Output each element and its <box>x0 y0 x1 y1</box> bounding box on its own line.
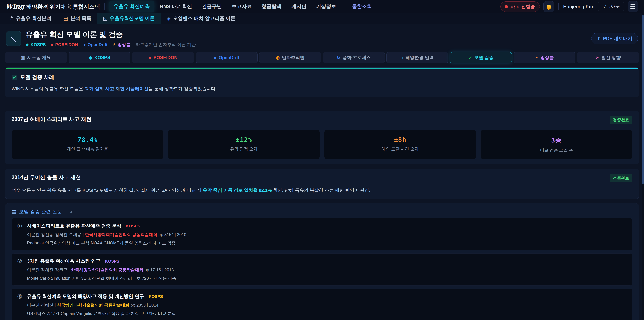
papers-collapse-header[interactable]: ▤ 모델 검증 관련 논문 ▲ <box>12 208 632 215</box>
paper-description: Radarsat 인공위성영상 비교 분석·NOAA GNOME과 동일 입력조… <box>27 240 627 246</box>
menu-item-emergency-rescue[interactable]: 긴급구난 <box>198 1 226 12</box>
page-header: ◺ 유출유 확산 모델 이론 및 검증 ◆ KOSPS ● POSEIDON ●… <box>6 30 638 48</box>
compass-icon: ◎ <box>276 55 280 60</box>
notifications-button[interactable] <box>544 1 554 12</box>
journal-name: 한국해양과학기술협의회 공동학술대회 <box>57 303 129 307</box>
menu-item-hns-atmospheric[interactable]: HNS·대기확산 <box>155 1 196 12</box>
tab-analysis-list[interactable]: ▤ 분석 목록 <box>57 13 97 24</box>
wuisan-description: 여수 오동도 인근 원유 유출 사고를 KOSPS 모델로 재현한 결과, 실제… <box>12 187 632 194</box>
circle-icon: ● <box>149 55 152 60</box>
circle-icon: ● <box>51 42 54 47</box>
validation-description: WING 시스템의 유출유 확산 모델은 과거 실제 사고 재현 시뮬레이션을 … <box>12 85 632 92</box>
chip-weathering-process[interactable]: ↻ 풍화 프로세스 <box>323 52 385 63</box>
user-name: Eunjeong Kim <box>563 4 594 10</box>
paper-item[interactable]: ③ 유출유 확산예측 모델의 해양사고 적용 및 개선방안 연구KOSPS 이문… <box>12 289 632 320</box>
menu-item-integrated-search[interactable]: 통합조회 <box>348 1 376 12</box>
bell-icon <box>546 5 551 9</box>
page-title: 유출유 확산 모델 이론 및 검증 <box>26 30 196 40</box>
tab-oil-fence-algorithm[interactable]: ◈ 오일펜스 배치 알고리즘 이론 <box>161 13 242 24</box>
chip-system-overview[interactable]: ▣ 시스템 개요 <box>5 52 67 63</box>
chip-particle-tracking[interactable]: ◎ 입자추적법 <box>259 52 321 63</box>
export-icon: ↥ <box>597 36 600 42</box>
page-header-text: 유출유 확산 모델 이론 및 검증 ◆ KOSPS ● POSEIDON ● O… <box>26 30 196 48</box>
menu-item-aerial-search[interactable]: 항공탐색 <box>257 1 286 12</box>
pdf-export-button[interactable]: ↥ PDF 내보내기 <box>591 33 638 45</box>
scrollbar-thumb[interactable] <box>642 15 644 184</box>
lightning-icon: ⚡ <box>535 55 538 60</box>
simulation-link[interactable]: 과거 실제 사고 재현 시뮬레이션 <box>84 86 148 91</box>
stat-card-shoreline-match: 78.4% 해안 표착 예측 일치율 <box>12 130 164 159</box>
verified-badge: 검증완료 <box>610 174 632 182</box>
stat-card-arrival-time-error: ±8h 해안 도달 시간 오차 <box>324 130 476 159</box>
section-title-wuisan: 2014년 우이산 충돌 사고 재현 <box>12 174 81 181</box>
badge-ensemble: ⚡ 앙상블 <box>113 42 130 48</box>
stat-card-slick-area-error: ±12% 유막 면적 오차 <box>168 130 320 159</box>
paper-meta: 이문진·김혜진·강관근 | 한국해양과학기술협의회 공동학술대회 pp.17-1… <box>27 267 627 273</box>
badge-opendrift: ● OpenDrift <box>83 42 108 47</box>
badge-kosps: ◆ KOSPS <box>26 42 46 47</box>
menu-item-board[interactable]: 게시판 <box>287 1 311 12</box>
incident-status-badge[interactable]: 사고 진행중 <box>500 1 540 12</box>
paper-description: GS칼텍스 송유관·Captain Vangelis 유출사고 적용 검증·현장… <box>27 311 627 316</box>
page-subtitle: 라그랑지안 입자추적 이론 기반 <box>136 42 196 48</box>
tab-label: 유출유확산모델 이론 <box>110 15 155 22</box>
chip-ocean-env-input[interactable]: ≈ 해양환경 입력 <box>386 52 448 63</box>
tab-spill-analysis[interactable]: ⚗ 유출유 확산분석 <box>3 13 57 24</box>
paper-description: Monte Carlo Simulation 기반 3D 확산모델·허베이 스피… <box>27 275 627 281</box>
tab-model-theory[interactable]: ◺ 유출유확산모델 이론 <box>97 13 161 24</box>
microscope-icon: ⚗ <box>9 16 14 21</box>
circle-icon: ● <box>214 55 216 60</box>
chip-poseidon[interactable]: ● POSEIDON <box>132 52 194 63</box>
journal-name: 한국해양과학기술협의회 공동학술대회 <box>71 267 144 272</box>
rocket-icon: ➤ <box>595 55 599 60</box>
document-icon: ▤ <box>12 209 16 215</box>
chip-model-validation[interactable]: ✔ 모델 검증 <box>450 52 512 63</box>
lightning-icon: ⚡ <box>113 42 116 47</box>
paper-number: ③ <box>17 293 22 316</box>
collapse-triangle-icon: ▲ <box>70 209 74 214</box>
paper-number: ① <box>17 223 22 246</box>
status-label: 사고 진행중 <box>510 3 535 10</box>
menu-item-reports[interactable]: 보고자료 <box>227 1 256 12</box>
nav-right-group: 사고 진행중 Eunjeong Kim 로그아웃 <box>500 1 638 12</box>
papers-card: ▤ 모델 검증 관련 논문 ▲ ① 허베이스피리트호 유출유 확산예측 검증 분… <box>5 203 639 320</box>
wuisan-title-row: 2014년 우이산 충돌 사고 재현 검증완료 <box>12 174 632 182</box>
model-badges: ◆ KOSPS ● POSEIDON ● OpenDrift ⚡ 앙상블 라그랑… <box>26 42 196 48</box>
verified-badge: 검증완료 <box>610 116 632 124</box>
menu-item-oil-spill-prediction[interactable]: 유출유 확산예측 <box>109 1 154 12</box>
match-rate-highlight: 유막 중심 이동 경로 일치율 82.1% <box>203 188 272 193</box>
divider <box>558 3 559 10</box>
vertical-scrollbar[interactable] <box>642 0 644 320</box>
hebei-title-row: 2007년 허베이 스피리트 사고 재현 검증완료 <box>12 116 632 124</box>
chip-ensemble[interactable]: ⚡ 앙상블 <box>514 52 576 63</box>
paper-item[interactable]: ① 허베이스피리트호 유출유 확산예측 검증 분석KOSPS 이문진·김선동·김… <box>12 218 632 250</box>
badge-poseidon: ● POSEIDON <box>51 42 78 47</box>
chip-opendrift[interactable]: ● OpenDrift <box>196 52 258 63</box>
clipboard-icon: ▤ <box>64 16 68 21</box>
validation-intro-card: ✔ 모델 검증 사례 WING 시스템의 유출유 확산 모델은 과거 실제 사고… <box>5 68 639 98</box>
model-tag: KOSPS <box>149 294 163 299</box>
paper-number: ② <box>17 258 22 281</box>
tab-label: 분석 목록 <box>70 15 91 22</box>
section-title-hebei: 2007년 허베이 스피리트 사고 재현 <box>12 116 91 123</box>
hamburger-menu-button[interactable] <box>628 1 638 12</box>
chip-kosps[interactable]: ◆ KOSPS <box>68 52 130 63</box>
sub-tab-bar: ⚗ 유출유 확산분석 ▤ 분석 목록 ◺ 유출유확산모델 이론 ◈ 오일펜스 배… <box>0 13 644 25</box>
triangle-ruler-icon: ◺ <box>6 31 21 46</box>
cycle-icon: ↻ <box>336 55 340 60</box>
diamond-icon: ◆ <box>26 42 29 47</box>
logout-button[interactable]: 로그아웃 <box>598 2 624 12</box>
app-logo[interactable]: Wing 해양환경 위기대응 통합시스템 <box>6 3 100 11</box>
section-title-validation: ✔ 모델 검증 사례 <box>12 74 632 81</box>
check-icon: ✔ <box>12 75 18 80</box>
model-tag: KOSPS <box>126 224 140 228</box>
divider <box>344 3 344 10</box>
menu-item-weather-info[interactable]: 기상정보 <box>312 1 340 12</box>
paper-item[interactable]: ② 3차원 유출유 확산예측 시스템 연구KOSPS 이문진·김혜진·강관근 |… <box>12 253 632 286</box>
hamburger-icon <box>630 4 636 9</box>
chip-future-direction[interactable]: ➤ 발전 방향 <box>577 52 639 63</box>
divider <box>104 3 105 10</box>
paper-title: 3차원 유출유 확산예측 시스템 연구 <box>27 258 100 264</box>
check-icon: ✔ <box>468 55 472 60</box>
hebei-stats: 78.4% 해안 표착 예측 일치율 ±12% 유막 면적 오차 ±8h 해안 … <box>12 130 632 159</box>
